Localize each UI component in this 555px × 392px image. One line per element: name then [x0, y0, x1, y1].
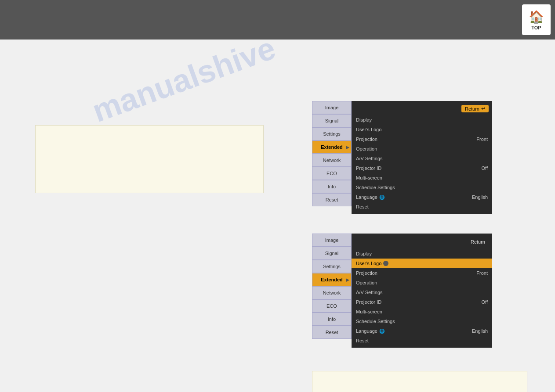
- bottom-submenu-users-logo[interactable]: User's Logo: [352, 259, 492, 268]
- watermark: manualshive: [87, 30, 280, 129]
- bottom-nav-signal[interactable]: Signal: [312, 247, 352, 260]
- home-icon: 🏠: [529, 10, 544, 24]
- bottom-submenu-display[interactable]: Display: [352, 249, 492, 259]
- top-menu-panel: Image Signal Settings Extended ▶ Network…: [312, 101, 492, 214]
- content-box-bottom: [312, 371, 527, 392]
- bottom-submenu-projector-id[interactable]: Projector ID Off: [352, 297, 492, 307]
- bottom-submenu-operation[interactable]: Operation: [352, 278, 492, 288]
- bottom-submenu-multi-screen[interactable]: Multi-screen: [352, 307, 492, 316]
- top-return-button[interactable]: Return ↩: [461, 105, 489, 112]
- bottom-nav-reset[interactable]: Reset: [312, 326, 352, 339]
- top-submenu-multi-screen[interactable]: Multi-screen: [352, 173, 492, 183]
- top-submenu-operation[interactable]: Operation: [352, 144, 492, 154]
- bottom-submenu-av-settings[interactable]: A/V Settings: [352, 288, 492, 297]
- top-submenu-users-logo[interactable]: User's Logo: [352, 125, 492, 134]
- top-nav-reset[interactable]: Reset: [312, 193, 352, 206]
- content-box-top: [35, 125, 264, 193]
- bottom-nav-extended[interactable]: Extended ▶: [312, 273, 352, 286]
- bottom-return-label: Return: [467, 237, 489, 246]
- top-submenu-header: Return ↩: [352, 103, 492, 114]
- header: 🏠 TOP: [0, 0, 555, 40]
- bottom-globe-icon: 🌐: [379, 329, 385, 334]
- bottom-submenu-header: Return: [352, 236, 492, 248]
- top-submenu-projection[interactable]: Projection Front: [352, 134, 492, 144]
- top-nav-list: Image Signal Settings Extended ▶ Network…: [312, 101, 352, 214]
- top-submenu-projector-id[interactable]: Projector ID Off: [352, 163, 492, 173]
- top-submenu-av-settings[interactable]: A/V Settings: [352, 154, 492, 163]
- bottom-nav-eco[interactable]: ECO: [312, 299, 352, 313]
- top-nav-eco[interactable]: ECO: [312, 167, 352, 180]
- top-submenu-schedule-settings[interactable]: Schedule Settings: [352, 183, 492, 192]
- bottom-nav-list: Image Signal Settings Extended ▶ Network…: [312, 234, 352, 348]
- top-nav-image[interactable]: Image: [312, 101, 352, 114]
- extended-arrow-icon: ▶: [346, 145, 349, 150]
- top-nav-settings[interactable]: Settings: [312, 127, 352, 140]
- globe-icon: 🌐: [379, 195, 385, 200]
- bottom-submenu-projection[interactable]: Projection Front: [352, 268, 492, 278]
- top-nav-info[interactable]: Info: [312, 180, 352, 193]
- bottom-submenu-reset[interactable]: Reset: [352, 336, 492, 345]
- top-nav-network[interactable]: Network: [312, 154, 352, 167]
- bottom-menu-panel: Image Signal Settings Extended ▶ Network…: [312, 234, 492, 348]
- circle-indicator-icon: [383, 261, 388, 266]
- bottom-nav-network[interactable]: Network: [312, 286, 352, 299]
- bottom-nav-info[interactable]: Info: [312, 313, 352, 326]
- top-submenu-panel: Return ↩ Display User's Logo Projection …: [352, 101, 492, 214]
- top-nav-extended[interactable]: Extended ▶: [312, 140, 352, 154]
- bottom-submenu-schedule-settings[interactable]: Schedule Settings: [352, 316, 492, 326]
- top-logo[interactable]: 🏠 TOP: [522, 4, 551, 35]
- bottom-extended-arrow-icon: ▶: [346, 277, 349, 282]
- bottom-nav-settings[interactable]: Settings: [312, 260, 352, 273]
- bottom-submenu-language[interactable]: Language 🌐 English: [352, 326, 492, 336]
- bottom-submenu-panel: Return Display User's Logo Projection Fr…: [352, 234, 492, 348]
- top-submenu-language[interactable]: Language 🌐 English: [352, 192, 492, 202]
- top-submenu-reset[interactable]: Reset: [352, 202, 492, 212]
- bottom-nav-image[interactable]: Image: [312, 234, 352, 247]
- return-arrow-icon: ↩: [481, 106, 485, 111]
- main-content: manualshive Image Signal Settings Extend…: [0, 40, 555, 392]
- top-submenu-display[interactable]: Display: [352, 115, 492, 125]
- top-label: TOP: [531, 25, 541, 30]
- top-nav-signal[interactable]: Signal: [312, 114, 352, 127]
